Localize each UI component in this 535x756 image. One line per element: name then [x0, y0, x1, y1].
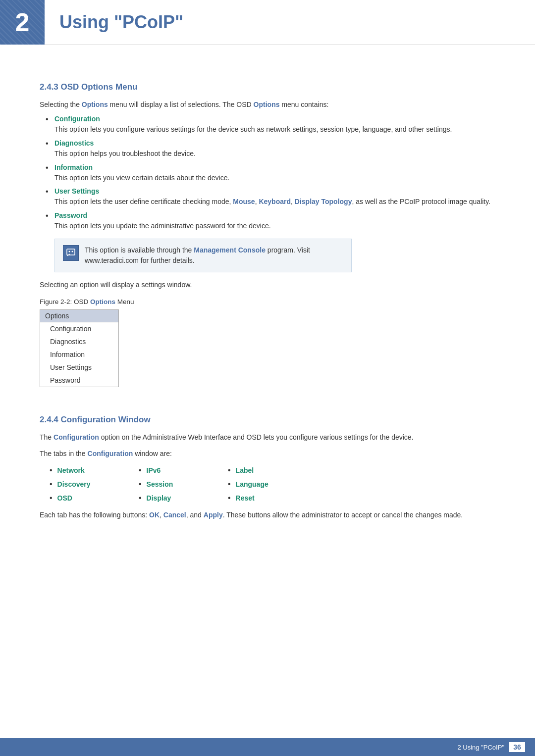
osd-menu-item-diagnostics: Diagnostics — [40, 335, 118, 348]
tab-ipv6: • IPv6 — [139, 466, 228, 475]
tab-discovery: • Discovery — [50, 480, 139, 489]
note-box: This option is available through the Man… — [54, 239, 352, 272]
tab-reset-label: Reset — [236, 494, 255, 502]
configuration-title: Configuration — [54, 115, 495, 123]
list-item-configuration: Configuration This option lets you confi… — [54, 115, 495, 135]
display-topology-bold: Display Topology — [295, 198, 352, 205]
list-item-user-settings: User Settings This option lets the user … — [54, 187, 495, 207]
bullet-display: • — [139, 494, 142, 503]
tabs-grid: • Network • IPv6 • Label • Discovery • S… — [50, 466, 495, 503]
configuration-desc: This option lets you configure various s… — [54, 125, 452, 133]
footer-chapter-label: 2 Using "PCoIP" — [458, 744, 505, 751]
chapter-number-block: 2 — [0, 0, 45, 45]
note-icon — [63, 245, 79, 261]
bullet-language: • — [228, 480, 231, 489]
tab-reset: • Reset — [228, 494, 317, 503]
selecting-option-text: Selecting an option will display a setti… — [40, 279, 495, 290]
tab-ipv6-label: IPv6 — [147, 466, 161, 474]
section-244-heading: 2.4.4 Configuration Window — [40, 415, 495, 425]
tab-language: • Language — [228, 480, 317, 489]
information-desc: This option lets you view certain detail… — [54, 174, 229, 182]
configuration-bold-1: Configuration — [54, 433, 99, 441]
svg-point-2 — [69, 251, 70, 252]
tab-session: • Session — [139, 480, 228, 489]
section-244-footer: Each tab has the following buttons: OK, … — [40, 509, 495, 520]
tab-osd-label: OSD — [57, 494, 72, 502]
osd-menu-mockup: Options Configuration Diagnostics Inform… — [40, 309, 119, 387]
bullet-discovery: • — [50, 480, 53, 489]
user-settings-title: User Settings — [54, 187, 495, 195]
footer-bar: 2 Using "PCoIP" 36 — [0, 738, 535, 756]
main-content: 2.4.3 OSD Options Menu Selecting the Opt… — [0, 45, 535, 555]
svg-point-3 — [72, 251, 73, 252]
apply-bold: Apply — [204, 511, 223, 519]
password-desc: This option lets you update the administ… — [54, 222, 271, 230]
tab-discovery-label: Discovery — [57, 480, 91, 488]
options-bold-figure: Options — [90, 298, 115, 305]
osd-menu-item-configuration: Configuration — [40, 322, 118, 335]
management-console-bold: Management Console — [194, 246, 266, 254]
tab-network-label: Network — [57, 466, 85, 474]
tab-language-label: Language — [236, 480, 268, 488]
options-bold-1: Options — [82, 101, 108, 108]
list-item-diagnostics: Diagnostics This option helps you troubl… — [54, 139, 495, 159]
tab-session-label: Session — [147, 480, 173, 488]
section-243-intro: Selecting the Options menu will display … — [40, 99, 495, 110]
tab-osd: • OSD — [50, 494, 139, 503]
tab-label-label: Label — [236, 466, 254, 474]
ok-bold: OK — [149, 511, 160, 519]
footer-page-number: 36 — [509, 742, 525, 752]
list-item-password: Password This option lets you update the… — [54, 211, 495, 232]
tab-network: • Network — [50, 466, 139, 475]
keyboard-bold: Keyboard — [259, 198, 291, 205]
bullet-reset: • — [228, 494, 231, 503]
page-header: 2 Using "PCoIP" — [0, 0, 535, 45]
bullet-label: • — [228, 466, 231, 475]
section-243-heading: 2.4.3 OSD Options Menu — [40, 82, 495, 92]
bullet-network: • — [50, 466, 53, 475]
section-244-intro1: The Configuration option on the Administ… — [40, 432, 495, 443]
bullet-ipv6: • — [139, 466, 142, 475]
figure-label: Figure 2-2: OSD Options Menu — [40, 298, 495, 305]
mouse-bold: Mouse — [233, 198, 255, 205]
list-item-information: Information This option lets you view ce… — [54, 163, 495, 184]
configuration-bold-2: Configuration — [88, 450, 133, 457]
osd-menu-header: Options — [40, 310, 118, 322]
bullet-osd: • — [50, 494, 53, 503]
chapter-number: 2 — [15, 7, 30, 37]
chapter-title: Using "PCoIP" — [59, 12, 183, 33]
user-settings-desc: This option lets the user define certifi… — [54, 198, 490, 205]
information-title: Information — [54, 163, 495, 171]
svg-rect-0 — [67, 249, 75, 255]
diagnostics-title: Diagnostics — [54, 139, 495, 147]
diagnostics-desc: This option helps you troubleshoot the d… — [54, 150, 196, 157]
osd-menu-item-information: Information — [40, 348, 118, 361]
section-244-intro2: The tabs in the Configuration window are… — [40, 448, 495, 459]
cancel-bold: Cancel — [163, 511, 186, 519]
tab-display-label: Display — [147, 494, 171, 502]
options-bold-2: Options — [254, 101, 280, 108]
osd-menu-item-user-settings: User Settings — [40, 361, 118, 374]
note-text: This option is available through the Man… — [85, 245, 343, 266]
bullet-session: • — [139, 480, 142, 489]
options-list: Configuration This option lets you confi… — [54, 115, 495, 231]
tab-display: • Display — [139, 494, 228, 503]
password-title: Password — [54, 211, 495, 219]
tab-label: • Label — [228, 466, 317, 475]
osd-menu-item-password: Password — [40, 374, 118, 387]
